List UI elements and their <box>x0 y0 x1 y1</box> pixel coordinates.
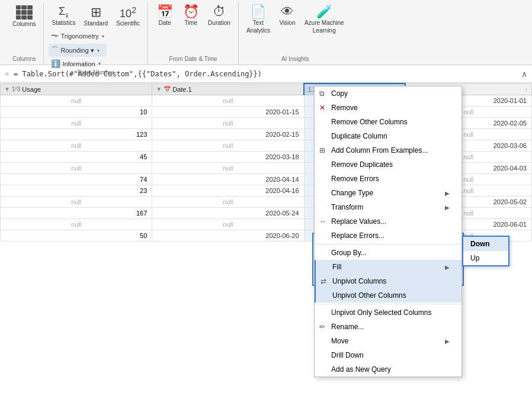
replace-errors-label: Replace Errors... <box>331 231 384 240</box>
cell-usage: null <box>1 95 152 107</box>
azure-ml-button[interactable]: 🧪 Azure Machine Learning <box>302 4 347 36</box>
ribbon-group-ai-insights: 📄 Text Analytics 👁 Vision 🧪 Azure Machin… <box>239 2 352 65</box>
ribbon-group-columns-label: Columns <box>12 56 36 63</box>
fill-arrow: ▶ <box>445 264 450 271</box>
replace-errors-menu-item[interactable]: Replace Errors... <box>315 229 462 243</box>
change-type-arrow: ▶ <box>445 190 450 197</box>
scientific-button[interactable]: 102 Scientific <box>113 4 143 28</box>
remove-duplicates-menu-item[interactable]: Remove Duplicates <box>315 157 462 172</box>
standard-label: Standard <box>84 20 108 27</box>
move-menu-item[interactable]: Move ▶ <box>315 334 462 348</box>
rounding-label: Rounding ▾ <box>60 47 94 54</box>
remove-label: Remove <box>331 104 358 112</box>
text-analytics-button[interactable]: 📄 Text Analytics <box>243 4 273 36</box>
unpivot-selected-menu-item[interactable]: Unpivot Only Selected Columns <box>315 305 462 320</box>
ribbon: Columns Columns Σx̄ Statistics ⊞ Standar… <box>0 0 532 65</box>
add-new-query-label: Add as New Query <box>331 365 391 374</box>
cell-date1: 2020-02-15 <box>152 129 304 140</box>
unpivot-other-menu-item[interactable]: Unpivot Other Columns <box>315 288 462 303</box>
replace-values-menu-item[interactable]: ↔ Replace Values... <box>315 214 462 229</box>
fill-menu-item[interactable]: Fill ▶ <box>315 260 462 274</box>
formula-collapse-button[interactable]: ∧ <box>521 69 527 79</box>
duplicate-menu-item[interactable]: Duplicate Column <box>315 129 462 143</box>
formula-expression: = Table.Sort(#"Added Custom",{{"Dates", … <box>14 70 517 78</box>
cell-date1: 2020-06-20 <box>152 230 304 242</box>
remove-errors-label: Remove Errors <box>331 175 379 183</box>
remove-duplicates-label: Remove Duplicates <box>331 160 393 169</box>
dates-sort-btn[interactable]: ↕ <box>525 86 528 92</box>
date1-type: 📅 <box>164 86 171 92</box>
ribbon-group-ai-insights-label: AI Insights <box>281 56 309 63</box>
statistics-label: Statistics <box>52 20 75 26</box>
unpivot-columns-menu-item[interactable]: ⇄ Unpivot Columns <box>315 274 462 288</box>
statistics-button[interactable]: Σx̄ Statistics <box>49 4 78 28</box>
replace-values-icon: ↔ <box>319 217 326 226</box>
add-examples-label: Add Column From Examples... <box>331 146 428 155</box>
choose-columns-button[interactable]: Columns <box>9 4 39 29</box>
trigonometry-button[interactable]: 〜 Trigonometry ▾ <box>49 30 106 43</box>
learning-label: Learning <box>313 27 336 34</box>
ribbon-group-columns: Columns Columns <box>5 2 44 65</box>
text-analytics-label: Text <box>253 20 264 26</box>
vision-label: Vision <box>279 20 295 26</box>
vision-button[interactable]: 👁 Vision <box>275 4 299 28</box>
remove-menu-item[interactable]: ✕ Remove <box>315 101 462 115</box>
ribbon-group-from-date-time: 📅 Date ⏰ Time ⏱ Duration From Date & Tim… <box>148 2 239 65</box>
transform-menu-item[interactable]: Transform ▶ <box>315 200 462 214</box>
date1-filter-btn[interactable]: ▼ <box>156 86 162 92</box>
cell-date1: null <box>152 219 304 230</box>
add-from-examples-menu-item[interactable]: ⊞ Add Column From Examples... <box>315 143 462 157</box>
fill-up-item[interactable]: Up <box>463 251 508 265</box>
add-new-query-menu-item[interactable]: Add as New Query <box>315 362 462 377</box>
cell-date1: null <box>152 118 304 129</box>
time-button[interactable]: ⏰ Time <box>179 4 203 28</box>
rename-label: Rename... <box>331 323 364 331</box>
group-by-menu-item[interactable]: Group By... <box>315 246 462 260</box>
cell-date1: 2020-04-14 <box>152 174 304 185</box>
cell-date1: null <box>152 163 304 174</box>
add-examples-icon: ⊞ <box>319 146 325 155</box>
col-header-date1[interactable]: ▼ 📅 Date.1 <box>152 83 304 95</box>
date1-col-name: Date.1 <box>172 86 191 93</box>
cell-usage: null <box>1 197 152 208</box>
cell-usage: 23 <box>1 185 152 197</box>
transform-arrow: ▶ <box>445 204 450 211</box>
information-button[interactable]: ℹ️ Information ▾ <box>49 58 106 69</box>
unpivot-columns-label: Unpivot Columns <box>332 277 386 285</box>
remove-other-menu-item[interactable]: Remove Other Columns <box>315 115 462 129</box>
drill-down-menu-item[interactable]: Drill Down <box>315 348 462 362</box>
usage-filter-btn[interactable]: ▼ <box>4 86 10 92</box>
col-header-usage[interactable]: ▼ 1²3 Usage <box>1 83 152 95</box>
rename-menu-item[interactable]: ✏ Rename... <box>315 320 462 334</box>
cell-usage: 50 <box>1 230 152 242</box>
cell-date1: 2020-04-16 <box>152 185 304 197</box>
azure-label: Azure Machine <box>305 20 344 26</box>
duration-button[interactable]: ⏱ Duration <box>205 4 233 28</box>
time-label: Time <box>184 20 197 26</box>
cell-usage: null <box>1 118 152 129</box>
cell-usage: null <box>1 219 152 230</box>
table-area: ▼ 1²3 Usage ▼ 📅 Date.1 <box>0 83 532 415</box>
trigonometry-label: Trigonometry <box>60 33 98 40</box>
transform-label: Transform <box>331 203 363 211</box>
rounding-button[interactable]: ⌒ Rounding ▾ ▾ <box>49 44 106 57</box>
cell-usage: 123 <box>1 129 152 140</box>
remove-errors-menu-item[interactable]: Remove Errors <box>315 172 462 186</box>
copy-icon: ⧉ <box>319 89 325 98</box>
drill-down-label: Drill Down <box>331 351 364 359</box>
remove-other-label: Remove Other Columns <box>331 118 408 126</box>
change-type-menu-item[interactable]: Change Type ▶ <box>315 186 462 200</box>
cell-usage: 45 <box>1 152 152 163</box>
standard-button[interactable]: ⊞ Standard <box>81 4 111 28</box>
rename-icon: ✏ <box>319 323 325 331</box>
date-button[interactable]: 📅 Date <box>153 4 177 28</box>
choose-columns-label: Columns <box>12 21 36 27</box>
fill-down-item[interactable]: Down <box>463 237 508 251</box>
remove-icon: ✕ <box>319 104 325 112</box>
cell-date1: 2020-05-24 <box>152 208 304 219</box>
information-label: Information <box>62 60 95 67</box>
fill-submenu: Down Up <box>462 236 509 266</box>
copy-menu-item[interactable]: ⧉ Copy <box>315 86 462 101</box>
usage-type: 1²3 <box>12 86 20 92</box>
cell-usage: 74 <box>1 174 152 185</box>
